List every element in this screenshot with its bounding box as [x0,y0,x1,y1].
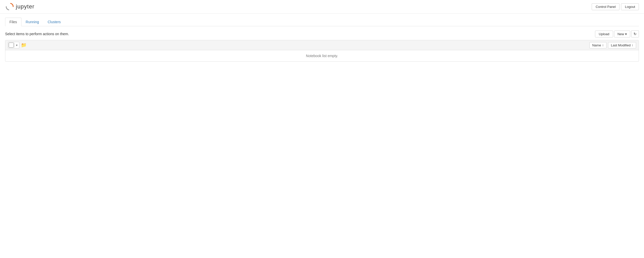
new-button-label: New [617,32,624,36]
sort-by-name-button[interactable]: Name [589,42,606,48]
tab-clusters[interactable]: Clusters [43,18,65,26]
upload-button[interactable]: Upload [595,31,613,37]
logo-area: jupyter [5,2,34,11]
refresh-button[interactable]: ↻ [631,30,639,37]
sort-last-modified-label: Last Modified [611,43,630,47]
sort-name-arrow-icon [602,43,604,47]
file-browser: ▾ 📁 Name Last Modified Notebook list emp… [5,40,639,62]
sort-name-label: Name [592,43,601,47]
select-all-dropdown-button[interactable]: ▾ [14,43,19,48]
new-button[interactable]: New ▾ [614,31,630,37]
refresh-icon: ↻ [634,32,637,36]
select-all-checkbox[interactable] [9,43,14,48]
header: jupyter Control Panel Logout [0,0,644,14]
empty-message: Notebook list empty. [5,50,639,61]
control-panel-button[interactable]: Control Panel [592,3,620,10]
logout-button[interactable]: Logout [621,3,639,10]
header-buttons: Control Panel Logout [592,3,639,10]
new-dropdown-arrow-icon: ▾ [625,32,627,36]
jupyter-logo-icon [5,2,14,11]
sort-last-modified-arrow-icon [632,43,634,47]
new-folder-icon[interactable]: 📁 [21,42,27,48]
tab-files[interactable]: Files [5,18,21,26]
file-browser-header-left: ▾ 📁 [8,42,27,48]
sort-by-last-modified-button[interactable]: Last Modified [608,42,636,48]
app-title: jupyter [16,3,34,10]
file-browser-header-right: Name Last Modified [589,42,636,48]
select-items-text: Select items to perform actions on them. [5,32,69,36]
tab-running[interactable]: Running [21,18,43,26]
select-all-checkbox-wrapper: ▾ [8,42,19,48]
toolbar-row: Select items to perform actions on them.… [5,30,639,37]
file-browser-header: ▾ 📁 Name Last Modified [5,40,639,50]
action-buttons: Upload New ▾ ↻ [595,30,639,37]
tabs-nav: Files Running Clusters [5,18,639,26]
main-content: Files Running Clusters Select items to p… [0,14,644,66]
